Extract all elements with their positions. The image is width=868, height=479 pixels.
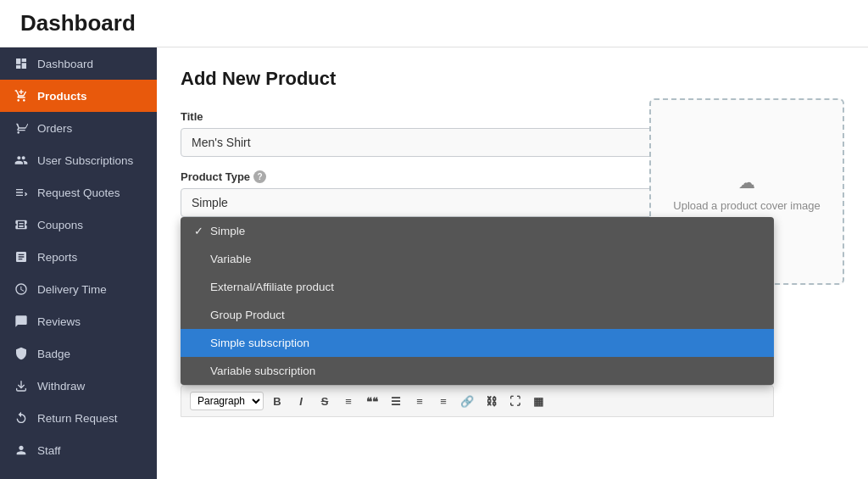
sidebar-item-delivery-time[interactable]: Delivery Time xyxy=(0,273,157,305)
blockquote-button[interactable]: ❝❝ xyxy=(362,391,382,411)
bold-button[interactable]: B xyxy=(267,391,287,411)
sidebar-item-request-quotes[interactable]: Request Quotes xyxy=(0,176,157,209)
sidebar-item-reviews[interactable]: Reviews xyxy=(0,305,157,337)
strikethrough-button[interactable]: S xyxy=(314,391,335,411)
sidebar-item-label: Badge xyxy=(37,348,70,360)
sidebar-item-label: Withdraw xyxy=(37,380,85,393)
sidebar-item-badge[interactable]: Badge xyxy=(0,337,157,370)
paragraph-select[interactable]: Paragraph xyxy=(190,392,264,410)
reports-icon xyxy=(14,249,29,265)
quotes-icon xyxy=(14,185,29,200)
sidebar-item-label: Request Quotes xyxy=(37,187,120,199)
users-icon xyxy=(14,153,29,168)
sidebar-item-products[interactable]: Products xyxy=(0,80,157,112)
dashboard-icon xyxy=(14,56,29,71)
sidebar-item-reports[interactable]: Reports xyxy=(0,241,157,273)
unlink-button[interactable]: ⛓ xyxy=(481,391,501,411)
product-type-menu: ✓ Simple ✓ Variable ✓ External/Affiliate… xyxy=(181,217,774,385)
staff-icon xyxy=(14,443,29,458)
sidebar-item-coupons[interactable]: Coupons xyxy=(0,209,157,241)
products-icon xyxy=(14,88,29,103)
fullscreen-button[interactable]: ⛶ xyxy=(504,391,525,411)
link-button[interactable]: 🔗 xyxy=(457,391,477,411)
return-icon xyxy=(14,410,29,426)
badge-icon xyxy=(14,346,29,361)
sidebar-item-label: Reports xyxy=(37,251,77,264)
option-simple[interactable]: ✓ Simple xyxy=(181,217,774,245)
sidebar-item-staff[interactable]: Staff xyxy=(0,434,157,466)
sidebar-item-label: Orders xyxy=(37,122,72,135)
main-layout: Dashboard Products Orders User Subscript… xyxy=(0,47,868,479)
align-left-button[interactable]: ☰ xyxy=(386,391,406,411)
sidebar-item-withdraw[interactable]: Withdraw xyxy=(0,370,157,402)
editor-toolbar: Paragraph B I S ≡ ❝❝ ☰ ≡ ≡ 🔗 ⛓ ⛶ ▦ xyxy=(181,385,774,417)
upload-icon: ☁ xyxy=(738,172,755,192)
coupons-icon xyxy=(14,217,29,232)
sidebar-item-orders[interactable]: Orders xyxy=(0,112,157,144)
main-content: Add New Product Title Product Type ? Sim… xyxy=(157,47,868,479)
withdraw-icon xyxy=(14,378,29,393)
align-right-button[interactable]: ≡ xyxy=(433,391,453,411)
app-title: Dashboard xyxy=(20,10,848,36)
sidebar-item-label: Return Request xyxy=(37,412,118,425)
delivery-icon xyxy=(14,281,29,297)
option-variable[interactable]: ✓ Variable xyxy=(181,245,774,273)
app-wrapper: Dashboard Dashboard Products Order xyxy=(0,0,868,479)
sidebar-item-label: Reviews xyxy=(37,315,81,328)
option-variable-subscription[interactable]: ✓ Variable subscription xyxy=(181,357,774,385)
sidebar-item-return-request[interactable]: Return Request xyxy=(0,402,157,434)
table-button[interactable]: ▦ xyxy=(528,391,548,411)
sidebar-item-label: User Subscriptions xyxy=(37,154,133,167)
option-group-product[interactable]: ✓ Group Product xyxy=(181,301,774,329)
option-external-affiliate[interactable]: ✓ External/Affiliate product xyxy=(181,273,774,301)
sidebar-item-label: Dashboard xyxy=(37,58,93,70)
sidebar-item-label: Products xyxy=(37,90,87,103)
reviews-icon xyxy=(14,314,29,329)
sidebar-item-dashboard[interactable]: Dashboard xyxy=(0,47,157,80)
italic-button[interactable]: I xyxy=(291,391,311,411)
option-simple-subscription[interactable]: ✓ Simple subscription xyxy=(181,329,774,357)
page-title: Add New Product xyxy=(181,68,844,90)
top-header: Dashboard xyxy=(0,0,868,47)
sidebar-item-label: Delivery Time xyxy=(37,283,107,296)
sidebar: Dashboard Products Orders User Subscript… xyxy=(0,47,157,479)
align-center-button[interactable]: ≡ xyxy=(409,391,430,411)
unordered-list-button[interactable]: ≡ xyxy=(338,391,359,411)
sidebar-item-user-subscriptions[interactable]: User Subscriptions xyxy=(0,144,157,176)
sidebar-item-label: Coupons xyxy=(37,219,83,231)
product-type-help-icon[interactable]: ? xyxy=(253,170,266,183)
sidebar-item-label: Staff xyxy=(37,444,61,457)
orders-icon xyxy=(14,120,29,136)
